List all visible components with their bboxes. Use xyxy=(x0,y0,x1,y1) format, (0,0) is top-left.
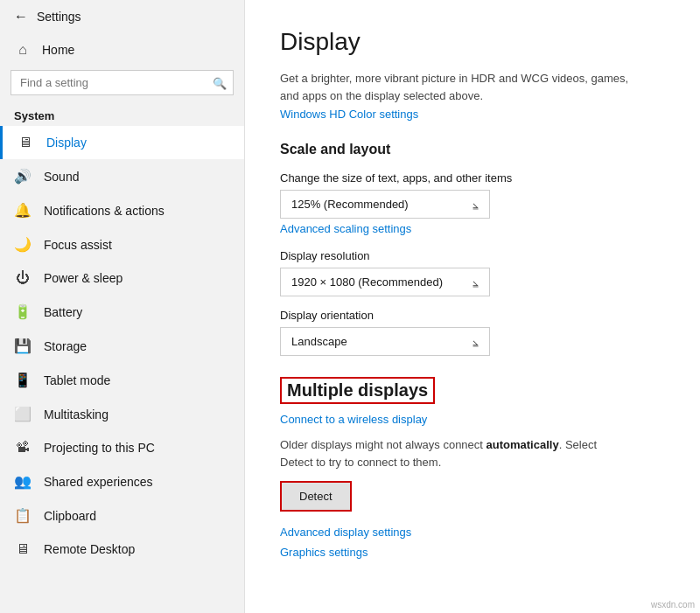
resolution-value: 1920 × 1080 (Recommended) xyxy=(291,275,443,289)
projecting-label: Projecting to this PC xyxy=(44,441,155,455)
multitasking-icon: ⬜ xyxy=(14,406,32,422)
graphics-settings-link[interactable]: Graphics settings xyxy=(280,546,665,559)
power-label: Power & sleep xyxy=(44,271,122,285)
orientation-chevron-icon: ⦥ xyxy=(472,336,479,348)
sidebar-item-multitasking[interactable]: ⬜ Multitasking xyxy=(0,397,244,431)
sidebar-item-power[interactable]: ⏻ Power & sleep xyxy=(0,261,244,295)
clipboard-label: Clipboard xyxy=(44,509,96,523)
sound-label: Sound xyxy=(44,170,79,184)
resolution-label: Display resolution xyxy=(280,249,665,262)
back-arrow-icon: ← xyxy=(14,9,28,24)
page-title: Display xyxy=(280,28,665,56)
sidebar-item-shared[interactable]: 👥 Shared experiences xyxy=(0,464,244,498)
shared-label: Shared experiences xyxy=(44,475,153,489)
sidebar-item-battery[interactable]: 🔋 Battery xyxy=(0,295,244,329)
clipboard-icon: 📋 xyxy=(14,507,32,524)
scale-heading: Scale and layout xyxy=(280,142,665,157)
system-section-label: System xyxy=(0,102,244,126)
settings-back[interactable]: ← Settings xyxy=(0,0,244,33)
shared-icon: 👥 xyxy=(14,473,32,490)
sidebar-item-display[interactable]: 🖥 Display xyxy=(0,126,244,159)
scale-dropdown[interactable]: 125% (Recommended) ⦥ xyxy=(280,190,490,219)
remote-icon: 🖥 xyxy=(14,541,32,557)
sidebar-item-notifications[interactable]: 🔔 Notifications & actions xyxy=(0,193,244,227)
notifications-label: Notifications & actions xyxy=(44,204,164,218)
resolution-dropdown[interactable]: 1920 × 1080 (Recommended) ⦥ xyxy=(280,268,490,296)
storage-label: Storage xyxy=(44,339,87,353)
detect-button[interactable]: Detect xyxy=(280,481,352,512)
connect-wireless-link[interactable]: Connect to a wireless display xyxy=(280,413,665,426)
remote-label: Remote Desktop xyxy=(44,542,135,556)
sidebar-item-clipboard[interactable]: 📋 Clipboard xyxy=(0,498,244,533)
resolution-chevron-icon: ⦥ xyxy=(472,276,479,289)
battery-label: Battery xyxy=(44,305,82,319)
watermark: wsxdn.com xyxy=(651,600,695,610)
sidebar-item-focus[interactable]: 🌙 Focus assist xyxy=(0,227,244,261)
display-label: Display xyxy=(46,136,87,150)
hdr-description: Get a brighter, more vibrant picture in … xyxy=(280,70,648,104)
focus-label: Focus assist xyxy=(44,238,112,252)
scale-value: 125% (Recommended) xyxy=(291,198,409,211)
auto-connect-text: Older displays might not always connect … xyxy=(280,436,630,470)
orientation-label: Display orientation xyxy=(280,309,665,322)
sidebar-item-projecting[interactable]: 📽 Projecting to this PC xyxy=(0,431,244,464)
focus-icon: 🌙 xyxy=(14,236,32,253)
advanced-display-link[interactable]: Advanced display settings xyxy=(280,526,665,539)
sidebar-item-sound[interactable]: 🔊 Sound xyxy=(0,159,244,193)
sidebar: ← Settings ⌂ Home 🔍 System 🖥 Display 🔊 S… xyxy=(0,0,245,613)
sidebar-item-home[interactable]: ⌂ Home xyxy=(0,33,244,66)
main-content: Display Get a brighter, more vibrant pic… xyxy=(245,0,700,613)
auto-connect-bold: automatically xyxy=(486,438,559,451)
search-box[interactable]: 🔍 xyxy=(10,70,234,95)
battery-icon: 🔋 xyxy=(14,303,32,320)
scale-chevron-icon: ⦥ xyxy=(472,199,479,211)
advanced-scaling-link[interactable]: Advanced scaling settings xyxy=(280,222,665,235)
settings-title: Settings xyxy=(37,10,81,24)
sidebar-item-tablet[interactable]: 📱 Tablet mode xyxy=(0,363,244,397)
notifications-icon: 🔔 xyxy=(14,202,32,219)
multitasking-label: Multitasking xyxy=(44,408,108,421)
search-input[interactable] xyxy=(10,70,234,95)
multiple-displays-heading: Multiple displays xyxy=(280,377,435,404)
sidebar-item-remote[interactable]: 🖥 Remote Desktop xyxy=(0,533,244,566)
projecting-icon: 📽 xyxy=(14,440,32,456)
storage-icon: 💾 xyxy=(14,338,32,354)
orientation-dropdown[interactable]: Landscape ⦥ xyxy=(280,327,490,356)
sidebar-item-storage[interactable]: 💾 Storage xyxy=(0,329,244,363)
tablet-icon: 📱 xyxy=(14,372,32,388)
sound-icon: 🔊 xyxy=(14,168,32,185)
tablet-label: Tablet mode xyxy=(44,373,110,387)
hdr-link[interactable]: Windows HD Color settings xyxy=(280,108,665,121)
display-icon: 🖥 xyxy=(17,135,34,150)
orientation-value: Landscape xyxy=(291,335,347,348)
home-label: Home xyxy=(42,43,74,57)
home-icon: ⌂ xyxy=(14,42,32,58)
search-icon: 🔍 xyxy=(213,76,227,89)
scale-label: Change the size of text, apps, and other… xyxy=(280,171,665,185)
power-icon: ⏻ xyxy=(14,270,32,286)
auto-connect-before: Older displays might not always connect xyxy=(280,438,486,451)
